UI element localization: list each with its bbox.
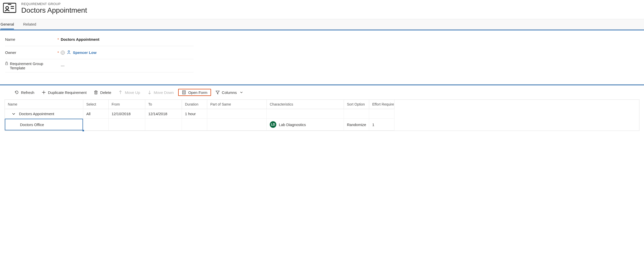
cell-effort[interactable] xyxy=(369,109,394,119)
cell-effort[interactable]: 1 xyxy=(369,119,394,131)
field-owner-value[interactable]: Spencer Low xyxy=(61,50,194,55)
cell-select[interactable]: All xyxy=(83,109,109,119)
cell-duration[interactable] xyxy=(182,119,207,131)
grid-toolbar: Refresh Duplicate Requirement Delete Mov… xyxy=(5,85,639,99)
refresh-icon xyxy=(14,90,19,95)
entity-badge-icon xyxy=(3,2,17,14)
owner-link[interactable]: Spencer Low xyxy=(73,50,96,55)
cell-name[interactable]: Doctors Appointment xyxy=(5,109,83,119)
field-name-label: Name xyxy=(5,37,56,42)
person-icon xyxy=(67,50,71,55)
lock-icon xyxy=(5,62,8,65)
arrow-up-icon xyxy=(118,90,123,95)
avatar: LD xyxy=(270,121,276,128)
delete-button[interactable]: Delete xyxy=(91,89,114,96)
field-owner: Owner * Spencer Low xyxy=(5,46,194,59)
grid-header-row: Name Select From To Duration Part of Sam… xyxy=(5,100,639,109)
move-up-button: Move Up xyxy=(115,89,143,96)
col-duration[interactable]: Duration xyxy=(182,100,207,109)
cell-duration[interactable]: 1 hour xyxy=(182,109,207,119)
requirements-grid: Name Select From To Duration Part of Sam… xyxy=(5,99,639,131)
chevron-down-icon[interactable] xyxy=(12,112,16,116)
field-name-value[interactable]: Doctors Appointment xyxy=(61,37,194,42)
col-effort[interactable]: Effort Require xyxy=(369,100,394,109)
plus-icon xyxy=(41,90,46,95)
required-indicator: * xyxy=(56,50,61,55)
general-panel: Name * Doctors Appointment Owner * Spenc… xyxy=(0,30,644,80)
form-tabs: General Related xyxy=(0,19,644,30)
field-owner-label: Owner xyxy=(5,50,56,55)
required-indicator: * xyxy=(56,37,61,42)
col-select[interactable]: Select xyxy=(83,100,109,109)
cell-from[interactable]: 12/10/2018 xyxy=(109,109,145,119)
cell-characteristics[interactable]: LD Lab Diagnostics xyxy=(267,119,344,131)
col-characteristics[interactable]: Characteristics xyxy=(267,100,344,109)
open-form-button[interactable]: Open Form xyxy=(178,89,211,96)
field-template-value: --- xyxy=(61,64,194,68)
svg-point-2 xyxy=(6,7,9,9)
columns-button[interactable]: Columns xyxy=(213,89,246,96)
tab-general[interactable]: General xyxy=(1,19,14,29)
field-template: Requirement Group Template --- xyxy=(5,59,194,72)
trash-icon xyxy=(94,90,98,95)
info-icon xyxy=(61,51,65,55)
cell-to[interactable] xyxy=(145,119,182,131)
svg-rect-1 xyxy=(8,4,11,5)
cell-from[interactable] xyxy=(109,119,145,131)
cell-sortoption[interactable] xyxy=(344,109,369,119)
svg-line-6 xyxy=(62,52,64,53)
cell-select[interactable] xyxy=(83,119,109,131)
cell-to[interactable]: 12/14/2018 xyxy=(145,109,182,119)
panel-gap xyxy=(0,80,644,85)
col-sortoption[interactable]: Sort Option xyxy=(344,100,369,109)
cell-characteristics[interactable] xyxy=(267,109,344,119)
chevron-down-icon xyxy=(240,90,243,95)
svg-rect-11 xyxy=(95,91,97,94)
page-title: Doctors Appointment xyxy=(21,6,87,14)
page-header: REQUIREMENT GROUP Doctors Appointment xyxy=(0,0,644,19)
table-row[interactable]: Doctors Appointment All 12/10/2018 12/14… xyxy=(5,109,639,119)
requirements-grid-region: Refresh Duplicate Requirement Delete Mov… xyxy=(0,85,644,141)
col-name[interactable]: Name xyxy=(5,100,83,109)
svg-marker-22 xyxy=(216,91,219,94)
cell-partofsame[interactable] xyxy=(207,109,267,119)
arrow-down-icon xyxy=(147,90,152,95)
field-template-label: Requirement Group Template xyxy=(5,62,56,70)
table-row[interactable]: Doctors Office LD Lab Diagnostics Random… xyxy=(5,119,639,131)
cell-partofsame[interactable] xyxy=(207,119,267,131)
field-template-label-text: Requirement Group Template xyxy=(10,62,56,70)
breadcrumb: REQUIREMENT GROUP xyxy=(21,2,87,6)
svg-rect-8 xyxy=(6,63,8,65)
move-down-button: Move Down xyxy=(144,89,177,96)
filter-icon xyxy=(215,90,220,95)
col-from[interactable]: From xyxy=(109,100,145,109)
form-region: Name * Doctors Appointment Owner * Spenc… xyxy=(0,30,199,80)
tab-related[interactable]: Related xyxy=(23,19,36,29)
col-to[interactable]: To xyxy=(145,100,182,109)
duplicate-requirement-button[interactable]: Duplicate Requirement xyxy=(39,89,90,96)
col-partofsame[interactable]: Part of Same xyxy=(207,100,267,109)
cell-sortoption[interactable]: Randomize xyxy=(344,119,369,131)
field-name: Name * Doctors Appointment xyxy=(5,33,194,46)
refresh-button[interactable]: Refresh xyxy=(12,89,37,96)
cell-name[interactable]: Doctors Office xyxy=(5,119,83,131)
svg-point-7 xyxy=(68,51,70,52)
form-icon xyxy=(182,90,186,95)
